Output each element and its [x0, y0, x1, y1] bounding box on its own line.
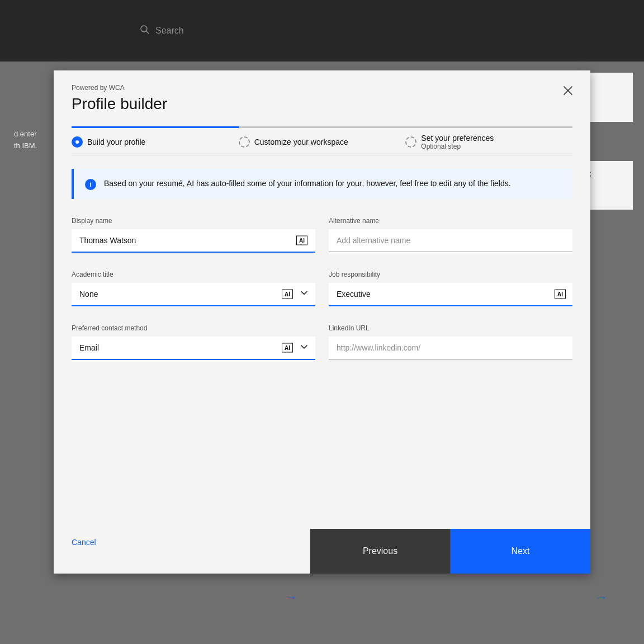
step-3-item: Set your preferences Optional step	[405, 134, 572, 150]
display-name-field: Display name AI	[72, 217, 315, 253]
steps-container: Build your profile Customize your worksp…	[54, 113, 590, 155]
academic-title-input[interactable]	[72, 283, 315, 305]
job-responsibility-field: Job responsibility AI	[329, 271, 572, 306]
preferred-contact-input-wrapper[interactable]: AI	[72, 337, 315, 360]
job-responsibility-label: Job responsibility	[329, 271, 572, 278]
display-name-input[interactable]	[72, 229, 315, 252]
step-1-item: Build your profile	[72, 134, 239, 150]
display-name-input-wrapper[interactable]: AI	[72, 229, 315, 253]
modal-footer: Cancel Previous Next	[54, 529, 590, 574]
step-3-optional: Optional step	[421, 143, 494, 150]
footer-left: Cancel	[54, 537, 310, 565]
preferred-contact-chevron-icon[interactable]	[300, 342, 309, 353]
step-2-item: Customize your workspace	[239, 134, 406, 150]
steps-labels-row: Build your profile Customize your worksp…	[72, 134, 572, 155]
alternative-name-field: Alternative name	[329, 217, 572, 253]
academic-title-label: Academic title	[72, 271, 315, 278]
linkedin-url-input[interactable]	[329, 337, 572, 359]
linkedin-url-label: LinkedIn URL	[329, 324, 572, 332]
display-name-ai-badge: AI	[296, 236, 307, 245]
next-button[interactable]: Next	[451, 529, 590, 574]
academic-title-ai-badge: AI	[282, 290, 293, 299]
job-responsibility-input-wrapper[interactable]: AI	[329, 283, 572, 306]
display-name-label: Display name	[72, 217, 315, 225]
form-grid: Display name AI Alternative name Academi…	[72, 217, 572, 360]
linkedin-url-field: LinkedIn URL	[329, 324, 572, 360]
academic-title-chevron-icon[interactable]	[300, 288, 309, 300]
modal-header: Powered by WCA Profile builder	[54, 70, 590, 113]
alternative-name-input-wrapper[interactable]	[329, 229, 572, 252]
preferred-contact-label: Preferred contact method	[72, 324, 315, 332]
powered-by-label: Powered by WCA	[72, 84, 572, 92]
step-1-label: Build your profile	[87, 138, 145, 146]
footer-right: Previous Next	[310, 529, 590, 574]
cancel-button[interactable]: Cancel	[72, 538, 96, 547]
steps-progress-row	[72, 126, 572, 128]
info-banner: i Based on your resumé, AI has auto-fill…	[72, 169, 572, 199]
info-icon: i	[85, 179, 96, 190]
linkedin-url-input-wrapper[interactable]	[329, 337, 572, 359]
step-3-progress-line	[405, 126, 572, 128]
job-responsibility-input[interactable]	[329, 283, 572, 305]
step-3-label: Set your preferences	[421, 134, 494, 143]
modal-body: i Based on your resumé, AI has auto-fill…	[54, 155, 590, 529]
academic-title-field: Academic title AI	[72, 271, 315, 306]
step-3-text: Set your preferences Optional step	[421, 134, 494, 150]
previous-button[interactable]: Previous	[310, 529, 450, 574]
preferred-contact-ai-badge: AI	[282, 343, 293, 353]
profile-builder-modal: Powered by WCA Profile builder	[54, 70, 590, 574]
job-responsibility-ai-badge: AI	[555, 290, 566, 299]
step-2-label: Customize your workspace	[254, 138, 348, 146]
step-1-circle	[72, 136, 83, 148]
modal-title: Profile builder	[72, 95, 572, 113]
preferred-contact-field: Preferred contact method AI	[72, 324, 315, 360]
step-2-progress-line	[239, 126, 406, 128]
step-3-circle	[405, 136, 416, 148]
academic-title-input-wrapper[interactable]: AI	[72, 283, 315, 306]
step-1-progress-line	[72, 126, 239, 128]
step-2-circle	[239, 136, 250, 148]
close-button[interactable]	[559, 82, 577, 100]
svg-point-4	[75, 140, 79, 144]
alternative-name-input[interactable]	[329, 229, 572, 252]
modal-backdrop: Powered by WCA Profile builder	[0, 0, 644, 644]
info-banner-text: Based on your resumé, AI has auto-filled…	[104, 178, 511, 190]
alternative-name-label: Alternative name	[329, 217, 572, 225]
preferred-contact-input[interactable]	[72, 337, 315, 359]
